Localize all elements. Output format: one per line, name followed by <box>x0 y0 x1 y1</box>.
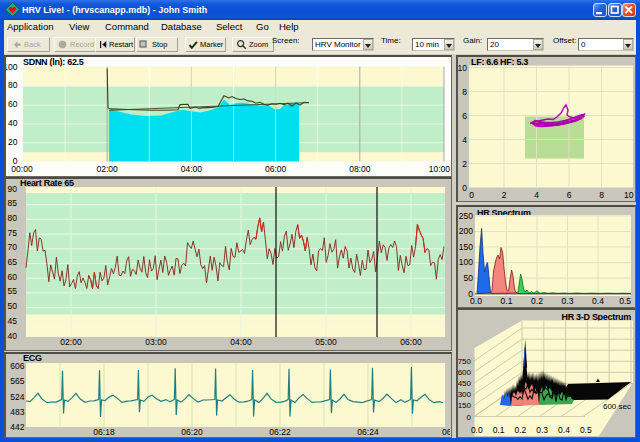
svg-text:06:18: 06:18 <box>93 427 115 437</box>
svg-text:8: 8 <box>462 86 467 96</box>
svg-text:0: 0 <box>467 412 472 421</box>
svg-text:0.5: 0.5 <box>580 424 592 434</box>
svg-text:0.5: 0.5 <box>619 296 631 305</box>
svg-text:04:00: 04:00 <box>230 337 252 347</box>
svg-text:85: 85 <box>8 198 18 208</box>
svg-text:524: 524 <box>10 392 24 402</box>
svg-text:06:20: 06:20 <box>181 427 203 437</box>
svg-text:4: 4 <box>462 134 467 144</box>
svg-text:75: 75 <box>8 228 18 238</box>
svg-text:04:00: 04:00 <box>181 163 203 173</box>
svg-text:0.4: 0.4 <box>592 296 604 305</box>
svg-text:06:22: 06:22 <box>269 427 291 437</box>
svg-text:50: 50 <box>464 273 474 283</box>
svg-text:8: 8 <box>599 189 604 199</box>
svg-text:100: 100 <box>459 257 473 267</box>
svg-text:600 sec: 600 sec <box>603 402 631 411</box>
svg-text:06:2: 06:2 <box>442 427 450 437</box>
svg-text:442: 442 <box>10 422 24 432</box>
svg-text:483: 483 <box>10 407 24 417</box>
svg-text:606: 606 <box>10 361 24 371</box>
svg-text:6: 6 <box>567 189 572 199</box>
svg-text:300: 300 <box>458 390 472 399</box>
svg-text:20: 20 <box>8 136 18 146</box>
svg-text:6: 6 <box>462 110 467 120</box>
svg-text:80: 80 <box>8 80 18 90</box>
svg-text:60: 60 <box>8 99 18 109</box>
svg-text:02:00: 02:00 <box>60 337 82 347</box>
svg-text:0.1: 0.1 <box>501 296 513 305</box>
svg-text:2: 2 <box>502 189 507 199</box>
svg-text:55: 55 <box>8 286 18 296</box>
svg-text:80: 80 <box>8 213 18 223</box>
svg-text:0: 0 <box>462 182 467 192</box>
svg-text:565: 565 <box>10 376 24 386</box>
svg-text:600: 600 <box>458 368 472 377</box>
svg-text:06:00: 06:00 <box>400 337 422 347</box>
svg-text:0.3: 0.3 <box>562 296 574 305</box>
svg-text:70: 70 <box>8 242 18 252</box>
svg-text:0.0: 0.0 <box>471 424 483 434</box>
svg-text:45: 45 <box>8 316 18 326</box>
svg-text:0: 0 <box>469 189 474 199</box>
svg-text:10: 10 <box>624 189 634 199</box>
svg-text:65: 65 <box>8 257 18 267</box>
svg-text:00:00: 00:00 <box>11 163 33 173</box>
svg-text:50: 50 <box>8 301 18 311</box>
svg-text:0.2: 0.2 <box>531 296 543 305</box>
svg-text:750: 750 <box>458 357 472 366</box>
svg-text:150: 150 <box>458 401 472 410</box>
svg-text:0.2: 0.2 <box>514 424 526 434</box>
svg-text:40: 40 <box>8 331 18 341</box>
svg-text:05:00: 05:00 <box>315 337 337 347</box>
svg-text:10: 10 <box>458 62 467 72</box>
svg-text:60: 60 <box>8 272 18 282</box>
svg-text:10:00: 10:00 <box>429 163 450 173</box>
svg-text:0.3: 0.3 <box>536 424 548 434</box>
svg-text:02:00: 02:00 <box>97 163 119 173</box>
svg-text:0.4: 0.4 <box>558 424 570 434</box>
svg-text:250: 250 <box>459 211 473 221</box>
svg-text:03:00: 03:00 <box>145 337 167 347</box>
svg-text:0.0: 0.0 <box>470 296 482 305</box>
svg-text:2: 2 <box>462 158 467 168</box>
svg-text:450: 450 <box>458 379 472 388</box>
svg-text:150: 150 <box>459 242 473 252</box>
svg-text:0.1: 0.1 <box>493 424 505 434</box>
svg-text:08:00: 08:00 <box>349 163 371 173</box>
svg-text:100: 100 <box>6 61 18 71</box>
svg-text:06:00: 06:00 <box>265 163 287 173</box>
svg-text:06:24: 06:24 <box>357 427 379 437</box>
svg-text:90: 90 <box>8 184 18 194</box>
svg-text:4: 4 <box>534 189 539 199</box>
svg-text:200: 200 <box>459 226 473 236</box>
svg-text:40: 40 <box>8 117 18 127</box>
